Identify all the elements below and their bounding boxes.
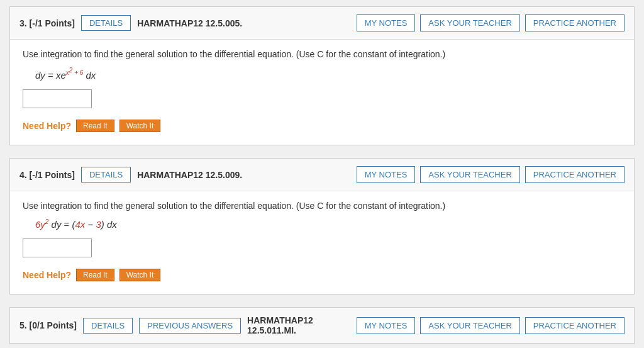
need-help-label-4: Need Help?	[23, 270, 71, 280]
previous-answers-button-5[interactable]: PREVIOUS ANSWERS	[139, 318, 241, 334]
question-5-header: 5. [0/1 Points] DETAILS PREVIOUS ANSWERS…	[10, 308, 634, 344]
page-wrapper: 3. [-/1 Points] DETAILS HARMATHAP12 12.5…	[0, 0, 644, 348]
ask-teacher-button-3[interactable]: ASK YOUR TEACHER	[420, 14, 519, 31]
practice-another-button-5[interactable]: PRACTICE ANOTHER	[525, 317, 625, 334]
question-5-block: 5. [0/1 Points] DETAILS PREVIOUS ANSWERS…	[9, 307, 635, 344]
equation-4: 6y2 dy = (4x − 3) dx	[35, 218, 621, 230]
header-actions-3: MY NOTES ASK YOUR TEACHER PRACTICE ANOTH…	[357, 14, 625, 31]
question-4-body: Use integration to find the general solu…	[10, 191, 634, 294]
question-4-text: Use integration to find the general solu…	[23, 201, 621, 211]
practice-another-button-3[interactable]: PRACTICE ANOTHER	[525, 14, 625, 31]
need-help-label-3: Need Help?	[23, 121, 71, 131]
question-3-number: 3. [-/1 Points]	[19, 18, 75, 28]
watch-it-button-4[interactable]: Watch It	[119, 269, 161, 281]
header-actions-5: MY NOTES ASK YOUR TEACHER PRACTICE ANOTH…	[357, 317, 625, 334]
ask-teacher-button-4[interactable]: ASK YOUR TEACHER	[420, 166, 519, 183]
details-button-4[interactable]: DETAILS	[81, 167, 131, 182]
practice-another-button-4[interactable]: PRACTICE ANOTHER	[525, 166, 625, 183]
watch-it-button-3[interactable]: Watch It	[119, 120, 161, 132]
question-5-number: 5. [0/1 Points]	[19, 320, 77, 330]
answer-box-3[interactable]	[23, 89, 92, 108]
question-3-block: 3. [-/1 Points] DETAILS HARMATHAP12 12.5…	[9, 6, 635, 145]
ask-teacher-button-5[interactable]: ASK YOUR TEACHER	[420, 317, 519, 334]
equation-3: dy = xex2 + 6 dx	[35, 67, 621, 81]
my-notes-button-3[interactable]: MY NOTES	[357, 14, 416, 31]
problem-id-3: HARMATHAP12 12.5.005.	[137, 18, 350, 28]
question-4-header: 4. [-/1 Points] DETAILS HARMATHAP12 12.5…	[10, 159, 634, 191]
my-notes-button-5[interactable]: MY NOTES	[357, 317, 416, 334]
need-help-4: Need Help? Read It Watch It	[23, 269, 621, 281]
problem-id-4: HARMATHAP12 12.5.009.	[137, 170, 350, 180]
my-notes-button-4[interactable]: MY NOTES	[357, 166, 416, 183]
problem-id-5: HARMATHAP12 12.5.011.MI.	[247, 315, 350, 335]
need-help-3: Need Help? Read It Watch It	[23, 120, 621, 132]
answer-box-4[interactable]	[23, 239, 92, 257]
header-actions-4: MY NOTES ASK YOUR TEACHER PRACTICE ANOTH…	[357, 166, 625, 183]
question-4-number: 4. [-/1 Points]	[19, 170, 75, 180]
details-button-5[interactable]: DETAILS	[83, 318, 133, 334]
question-3-text: Use integration to find the general solu…	[23, 49, 621, 59]
read-it-button-3[interactable]: Read It	[76, 120, 114, 132]
read-it-button-4[interactable]: Read It	[76, 269, 114, 281]
question-3-header: 3. [-/1 Points] DETAILS HARMATHAP12 12.5…	[10, 7, 634, 40]
question-3-body: Use integration to find the general solu…	[10, 40, 634, 145]
question-4-block: 4. [-/1 Points] DETAILS HARMATHAP12 12.5…	[9, 158, 635, 295]
details-button-3[interactable]: DETAILS	[81, 15, 131, 31]
